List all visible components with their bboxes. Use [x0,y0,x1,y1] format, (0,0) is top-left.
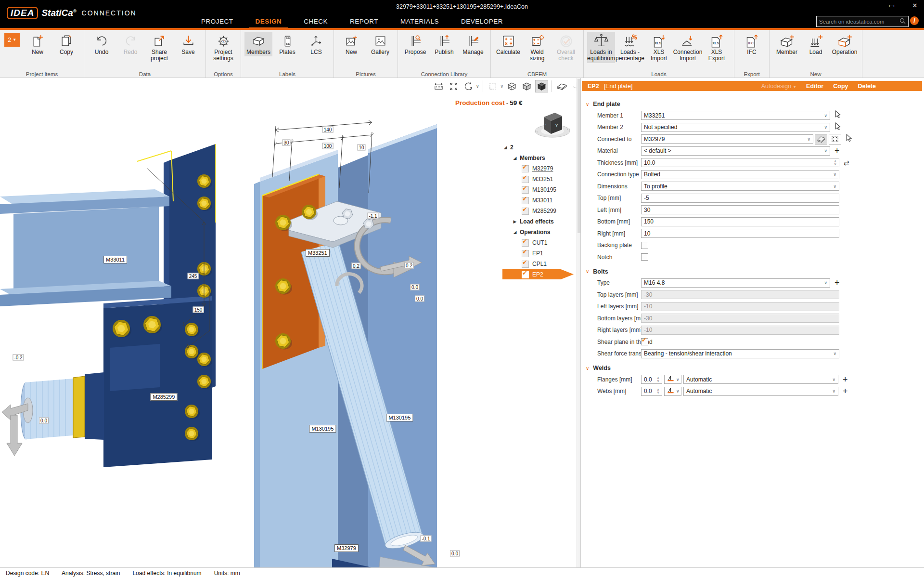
item-checkbox[interactable]: ✔ [522,239,529,247]
connection-import-button[interactable]: Connection Import [674,32,702,63]
copy-operation-button[interactable]: Copy [833,83,848,90]
navigation-cube[interactable]: Y ·· : [532,108,573,143]
xls-import-button[interactable]: XLSXLS Import [645,32,673,63]
delete-operation-button[interactable]: Delete [858,83,876,90]
xls-export-button[interactable]: XLSXLS Export [703,32,731,63]
cube-solid-icon[interactable] [535,80,548,92]
item-checkbox[interactable]: ✔ [522,176,529,183]
tree-item-m32979[interactable]: ✔M32979 [496,163,577,174]
undo-button[interactable]: Undo [88,32,116,56]
backing-plate-checkbox[interactable] [641,242,648,249]
tree-item-m33011[interactable]: ✔M33011 [496,195,577,206]
item-checkbox[interactable]: ✔ [522,250,529,257]
tab-project[interactable]: PROJECT [201,14,233,28]
add-icon[interactable]: + [843,376,848,383]
material-select[interactable]: < default >∨ [641,146,830,156]
top-layers-mm-input[interactable]: -30 [641,290,839,299]
section-end-plate[interactable]: ∨End plate [586,99,924,109]
add-icon[interactable]: + [834,279,840,286]
dimension-ruler-icon[interactable] [432,80,445,92]
tree-item-ep1[interactable]: ✔EP1 [496,248,577,259]
add-icon[interactable]: + [843,388,848,394]
chevron-down-icon[interactable]: ∨ [476,84,479,89]
type-select[interactable]: M16 4.8∨ [641,278,830,288]
section-collapse-icon[interactable]: ∨ [586,102,589,107]
left-mm-input[interactable]: 30 [641,205,839,214]
copy-button[interactable]: Copy [52,32,80,56]
tree-item-m130195[interactable]: ✔M130195 [496,184,577,195]
tab-check[interactable]: CHECK [304,14,328,28]
search-input[interactable]: Search on ideastatica.com [816,16,909,27]
maximize-button[interactable]: ▭ [886,2,897,9]
pointer-pick-icon[interactable] [834,122,841,132]
flanges-mm-spinner[interactable]: 0.0∧∨ [641,375,662,384]
lcs-button[interactable]: LCS [302,32,330,56]
zoom-fit-icon[interactable] [447,80,460,92]
notch-checkbox[interactable] [641,253,648,261]
cube-hidden-lines-icon[interactable] [520,80,533,92]
spinner-arrows-icon[interactable]: ∧∨ [657,388,659,394]
project-number-dropdown[interactable]: 2▼ [4,33,20,47]
new-button[interactable]: New [337,32,365,56]
minimize-button[interactable]: – [863,2,874,9]
shear-plane-in-thread-checkbox[interactable]: ✔ [641,338,648,345]
calculate-button[interactable]: Calculate [494,32,522,56]
publish-button[interactable]: Publish [430,32,458,56]
new-button[interactable]: New [24,32,51,56]
item-checkbox[interactable]: ✔ [522,208,529,215]
save-button[interactable]: Save [174,32,202,56]
expander-open-icon[interactable]: ◢ [512,156,518,160]
gallery-button[interactable]: Gallery [366,32,394,56]
editor-button[interactable]: Editor [806,83,823,90]
weld-type-select[interactable]: ∨ [664,375,681,384]
tab-design[interactable]: DESIGN [256,14,282,28]
bolt-grid-pick-button[interactable] [829,134,841,144]
bottom-mm-input[interactable]: 150 [641,217,839,226]
section-collapse-icon[interactable]: ∨ [586,366,589,371]
section-collapse-icon[interactable]: ∨ [586,269,589,274]
tree-item-load-effects[interactable]: ▶Load effects [496,216,577,227]
plates-button[interactable]: Plates [273,32,301,56]
swap-sides-icon[interactable]: ⇄ [844,159,849,167]
tree-item-operations[interactable]: ◢Operations [496,227,577,237]
tree-item-cut1[interactable]: ✔CUT1 [496,237,577,248]
tree-item-cpl1[interactable]: ✔CPL1 [496,259,577,269]
spinner-arrows-icon[interactable]: ∧∨ [657,377,659,382]
item-checkbox[interactable]: ✔ [522,197,529,204]
pointer-pick-icon[interactable] [834,110,841,120]
rotate-view-icon[interactable]: 2 [462,80,475,92]
loads-in-equilibrium-button[interactable]: Loads in equilibrium [587,32,615,63]
connected-to-select[interactable]: M32979∨ [641,134,813,144]
expander-closed-icon[interactable]: ▶ [512,219,518,224]
chevron-down-icon[interactable]: ∨ [500,84,504,89]
item-checkbox[interactable]: ✔ [522,271,529,278]
plate-pick-button[interactable] [815,134,827,144]
info-icon[interactable]: i [910,16,919,25]
operation-button[interactable]: Operation [831,32,859,56]
members-button[interactable]: Members [244,32,272,56]
item-checkbox[interactable]: ✔ [522,186,529,194]
cube-wireframe-icon[interactable] [505,80,518,92]
connection-type-select[interactable]: Bolted∨ [641,170,839,179]
loads-percentage-button[interactable]: Loads - percentage [616,32,644,63]
item-checkbox[interactable]: ✔ [522,261,529,268]
close-button[interactable]: ✕ [910,2,920,9]
webs-mm-mode-select[interactable]: Automatic∨ [683,387,838,396]
ifc-button[interactable]: IFCIFC [738,32,766,56]
add-icon[interactable]: + [834,147,840,154]
bottom-layers-mm-input[interactable]: -30 [641,314,839,323]
manage-button[interactable]: Manage [459,32,487,56]
thickness-mm-spinner[interactable]: 10.0∧∨ [641,158,839,167]
section-bolts[interactable]: ∨Bolts [586,267,924,276]
member-2-select[interactable]: Not specified∨ [641,123,830,132]
tab-materials[interactable]: MATERIALS [400,14,439,28]
pointer-pick-icon[interactable] [846,134,852,144]
tree-item-m285299[interactable]: ✔M285299 [496,206,577,216]
project-settings-button[interactable]: </>Project settings [209,32,237,63]
right-layers-mm-input[interactable]: -10 [641,326,839,335]
weld-sizing-button[interactable]: Weld sizing [523,32,551,63]
left-layers-mm-input[interactable]: -10 [641,302,839,311]
tree-item-members[interactable]: ◢Members [496,153,577,163]
webs-mm-spinner[interactable]: 0.0∧∨ [641,387,662,396]
load-button[interactable]: Load [802,32,830,56]
